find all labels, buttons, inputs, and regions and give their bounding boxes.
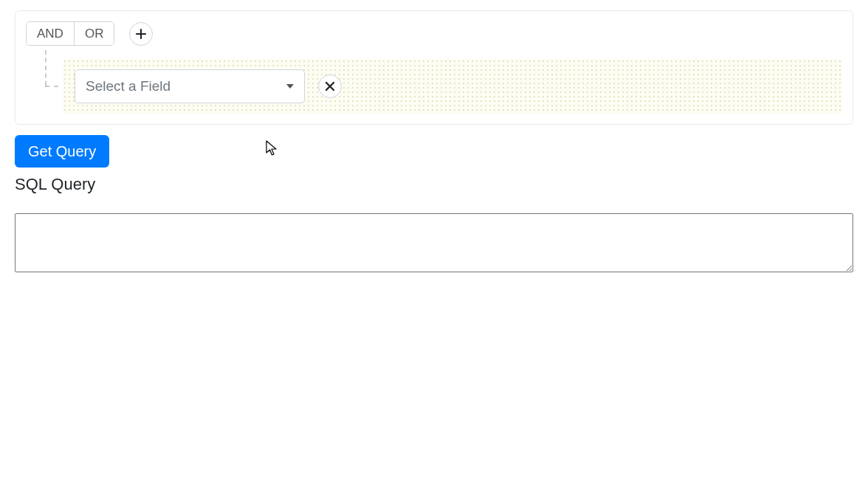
sql-output-textarea[interactable] [15, 213, 853, 272]
get-query-button[interactable]: Get Query [15, 135, 109, 168]
remove-rule-button[interactable] [318, 75, 342, 98]
logic-and-button[interactable]: AND [27, 22, 74, 45]
cursor-icon [266, 140, 279, 156]
group-header: AND OR [26, 21, 842, 46]
rules-tree: Select a Field [26, 59, 842, 114]
add-rule-button[interactable] [129, 22, 153, 46]
field-select-placeholder: Select a Field [86, 78, 170, 94]
sql-query-title: SQL Query [15, 175, 853, 194]
chevron-down-icon [286, 84, 294, 89]
query-builder-panel: AND OR Select a Field [15, 10, 853, 125]
rule-row: Select a Field [63, 59, 842, 114]
close-icon [325, 81, 335, 92]
plus-icon [135, 28, 147, 40]
logic-toggle-group: AND OR [26, 21, 114, 46]
logic-or-button[interactable]: OR [74, 22, 114, 45]
field-select[interactable]: Select a Field [75, 69, 305, 103]
